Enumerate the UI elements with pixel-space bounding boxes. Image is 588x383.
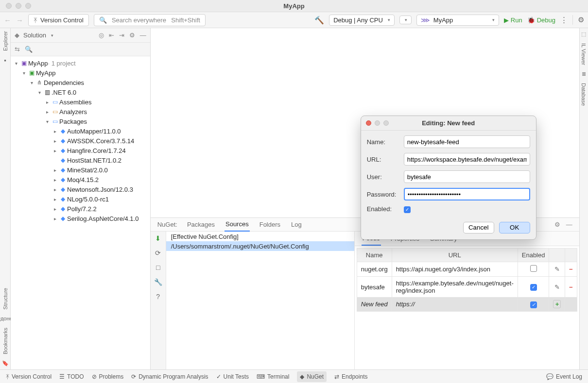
chevron-down-icon[interactable]: ▾: [20, 70, 27, 76]
tree-row[interactable]: ▸◆AutoMapper/11.0.0: [11, 126, 150, 136]
chevron-down-icon[interactable]: ▾: [51, 33, 53, 38]
chevron-right-icon[interactable]: ▸: [52, 216, 58, 221]
chevron-right-icon[interactable]: ▸: [52, 197, 58, 202]
tab-packages[interactable]: Packages: [186, 218, 216, 231]
tree-row[interactable]: ▾▥.NET 6.0: [11, 87, 150, 97]
filter-icon[interactable]: ⇆: [15, 46, 20, 53]
tree-row[interactable]: ▸◆Serilog.AspNetCore/4.1.0: [11, 214, 150, 223]
edit-icon[interactable]: ✎: [554, 283, 560, 291]
folder-icon[interactable]: ▪: [4, 57, 6, 64]
chevron-right-icon[interactable]: ▸: [52, 129, 58, 134]
feed-row[interactable]: nuget.orghttps://api.nuget.org/v3/index.…: [357, 262, 577, 277]
chevron-down-icon[interactable]: ▾: [44, 119, 51, 124]
bottom-item-unit-tests[interactable]: ✓Unit Tests: [216, 373, 249, 380]
enabled-checkbox[interactable]: ✓: [404, 206, 411, 213]
gear-icon[interactable]: ⚙: [129, 32, 135, 39]
collapse-icon[interactable]: ⇤: [109, 32, 114, 39]
chevron-right-icon[interactable]: ▸: [44, 100, 51, 105]
chevron-right-icon[interactable]: ▸: [52, 138, 58, 144]
gutter-explorer[interactable]: Explorer: [2, 31, 8, 51]
add-icon[interactable]: +: [553, 300, 561, 308]
bottom-item-dynamic-program-analysis[interactable]: ⟳Dynamic Program Analysis: [131, 373, 208, 380]
wrench-icon[interactable]: 🔧: [154, 278, 162, 286]
chevron-down-icon[interactable]: ▾: [36, 90, 43, 95]
source-row[interactable]: [Effective NuGet.Config]: [166, 232, 354, 241]
run-button[interactable]: ▶ Run: [504, 17, 522, 24]
version-control-button[interactable]: ᛡ Version Control: [28, 14, 89, 26]
search-everywhere[interactable]: 🔍 Search everywhere Shift+Shift: [94, 14, 206, 26]
tab-sources[interactable]: Sources: [225, 217, 250, 232]
tree-row[interactable]: ▸◆Newtonsoft.Json/12.0.3: [11, 184, 150, 194]
help-icon[interactable]: ?: [156, 293, 160, 300]
tab-log[interactable]: Log: [290, 218, 303, 231]
settings-icon[interactable]: ⚙: [578, 16, 584, 24]
build-icon[interactable]: 🔨: [314, 16, 324, 25]
tree-row[interactable]: ▸◆MineStat/2.0.0: [11, 165, 150, 175]
bottom-item-todo[interactable]: ☰TODO: [59, 373, 84, 380]
tree-row[interactable]: ▸◆Moq/4.15.2: [11, 175, 150, 184]
feed-row[interactable]: New feedhttps://✓+: [357, 298, 577, 312]
tree-row[interactable]: ▾▣MyApp · 1 project: [11, 58, 150, 68]
remove-icon[interactable]: −: [569, 266, 573, 273]
attach-button[interactable]: ▾: [399, 16, 412, 24]
chevron-right-icon[interactable]: ▸: [52, 148, 58, 153]
bottom-item-version-control[interactable]: ᛡVersion Control: [6, 373, 52, 380]
tree-row[interactable]: ▾▣MyApp: [11, 68, 150, 78]
cancel-button[interactable]: Cancel: [463, 222, 494, 233]
tree-row[interactable]: ▾▭Packages: [11, 117, 150, 126]
debug-button[interactable]: 🐞 Debug: [527, 17, 555, 24]
target-icon[interactable]: ◎: [99, 32, 104, 39]
bottom-item-problems[interactable]: ⊘Problems: [92, 373, 124, 380]
gutter-structure[interactable]: Structure: [2, 288, 8, 310]
book-icon[interactable]: □: [156, 264, 160, 271]
refresh-icon[interactable]: ⟳: [155, 249, 161, 257]
chevron-right-icon[interactable]: ▸: [44, 109, 51, 115]
bottom-item-nuget[interactable]: ◆NuGet: [297, 371, 327, 382]
tree-row[interactable]: ▸◆HostStat.NET/1.0.2: [11, 155, 150, 165]
gear-icon[interactable]: ⚙: [554, 221, 560, 228]
enabled-checkbox[interactable]: [530, 265, 537, 272]
name-field[interactable]: [404, 135, 530, 148]
event-log[interactable]: 💬 Event Log: [546, 373, 582, 380]
tree-row[interactable]: ▸◆Polly/7.2.2: [11, 204, 150, 214]
gutter-bookmarks[interactable]: Bookmarks: [2, 328, 8, 354]
chevron-right-icon[interactable]: ▸: [52, 187, 58, 192]
tree-row[interactable]: ▸▭Analyzers: [11, 107, 150, 117]
chevron-down-icon[interactable]: ▾: [28, 80, 35, 85]
chevron-right-icon[interactable]: ▸: [52, 206, 58, 212]
more-icon[interactable]: ⋮: [560, 16, 568, 24]
download-icon[interactable]: ⬇: [155, 234, 161, 242]
ok-button[interactable]: OK: [499, 222, 530, 233]
bottom-item-terminal[interactable]: ⌨Terminal: [257, 373, 289, 380]
hide-icon[interactable]: —: [140, 32, 146, 39]
nav-forward-icon[interactable]: →: [16, 16, 23, 24]
user-field[interactable]: [404, 170, 530, 183]
search-icon[interactable]: 🔍: [25, 46, 33, 53]
expand-icon[interactable]: ⇥: [119, 32, 124, 39]
nuget-sources-list[interactable]: [Effective NuGet.Config]/Users/sommarstr…: [166, 232, 355, 369]
edit-icon[interactable]: ✎: [554, 266, 560, 273]
hide-icon[interactable]: —: [566, 221, 572, 228]
tab-folders[interactable]: Folders: [259, 218, 281, 231]
tree-row[interactable]: ▸◆NLog/5.0.0-rc1: [11, 194, 150, 204]
tree-row[interactable]: ▸◆AWSSDK.Core/3.7.5.14: [11, 136, 150, 146]
tree-row[interactable]: ▸◆Hangfire.Core/1.7.24: [11, 146, 150, 155]
feed-row[interactable]: bytesafehttps://example.bytesafe.dev/nug…: [357, 277, 577, 298]
source-row[interactable]: /Users/sommarstrom/.nuget/NuGet/NuGet.Co…: [166, 241, 354, 251]
tree-row[interactable]: ▸▭Assemblies: [11, 97, 150, 107]
chevron-down-icon[interactable]: ▾: [13, 61, 19, 66]
bottom-item-endpoints[interactable]: ⇄Endpoints: [334, 373, 367, 380]
gutter-il-viewer[interactable]: IL Viewer: [581, 43, 587, 65]
solution-tree[interactable]: ▾▣MyApp · 1 project▾▣MyApp▾⋔Dependencies…: [11, 56, 150, 369]
enabled-checkbox[interactable]: ✓: [530, 284, 537, 291]
password-field[interactable]: [404, 188, 530, 200]
tree-row[interactable]: ▾⋔Dependencies: [11, 78, 150, 87]
chevron-right-icon[interactable]: ▸: [52, 167, 58, 173]
gutter-database[interactable]: Database: [581, 83, 587, 106]
enabled-checkbox[interactable]: ✓: [530, 301, 537, 308]
run-config-selector[interactable]: Debug | Any CPU ▾: [329, 15, 395, 26]
chevron-right-icon[interactable]: ▸: [52, 177, 58, 183]
nav-back-icon[interactable]: ←: [4, 16, 11, 24]
project-selector[interactable]: ⋙ MyApp ▾: [416, 15, 499, 26]
remove-icon[interactable]: −: [569, 283, 573, 291]
